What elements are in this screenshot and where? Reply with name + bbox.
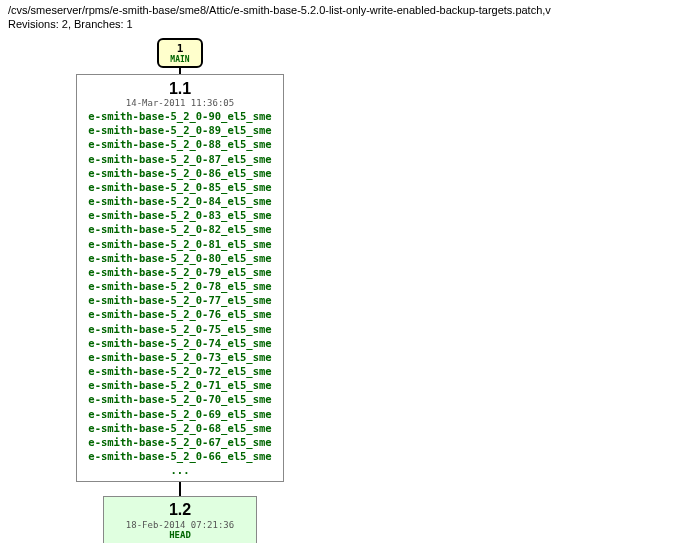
- revision-tag: e-smith-base-5_2_0-72_el5_sme: [85, 364, 275, 378]
- revisions-summary: Revisions: 2, Branches: 1: [8, 18, 666, 30]
- revision-tag: e-smith-base-5_2_0-68_el5_sme: [85, 421, 275, 435]
- main-branch-node[interactable]: 1 MAIN: [157, 38, 203, 68]
- revision-graph: 1 MAIN 1.1 14-Mar-2011 11:36:05 e-smith-…: [30, 38, 330, 543]
- revision-tag: e-smith-base-5_2_0-78_el5_sme: [85, 279, 275, 293]
- file-path: /cvs/smeserver/rpms/e-smith-base/sme8/At…: [8, 4, 666, 16]
- revision-tag: e-smith-base-5_2_0-82_el5_sme: [85, 222, 275, 236]
- revision-number: 1.1: [85, 79, 275, 98]
- revision-tag: e-smith-base-5_2_0-71_el5_sme: [85, 378, 275, 392]
- revision-tag: e-smith-base-5_2_0-79_el5_sme: [85, 265, 275, 279]
- revision-tag: e-smith-base-5_2_0-89_el5_sme: [85, 123, 275, 137]
- main-branch-index: 1: [159, 42, 201, 55]
- revision-tags: e-smith-base-5_2_0-90_el5_sme e-smith-ba…: [85, 109, 275, 477]
- revision-tag: e-smith-base-5_2_0-77_el5_sme: [85, 293, 275, 307]
- revision-date: 18-Feb-2014 07:21:36: [126, 520, 234, 531]
- revision-tag: e-smith-base-5_2_0-80_el5_sme: [85, 251, 275, 265]
- revision-date: 14-Mar-2011 11:36:05: [85, 98, 275, 109]
- revision-tag: e-smith-base-5_2_0-83_el5_sme: [85, 208, 275, 222]
- main-branch-label: MAIN: [159, 55, 201, 64]
- revision-node-1-2[interactable]: 1.2 18-Feb-2014 07:21:36 HEAD: [103, 496, 257, 543]
- revision-number: 1.2: [126, 500, 234, 519]
- revision-tag: e-smith-base-5_2_0-88_el5_sme: [85, 137, 275, 151]
- tags-ellipsis: ...: [85, 463, 275, 477]
- revision-tag: e-smith-base-5_2_0-67_el5_sme: [85, 435, 275, 449]
- revision-head-label: HEAD: [126, 530, 234, 542]
- revision-tag: e-smith-base-5_2_0-70_el5_sme: [85, 392, 275, 406]
- revision-tag: e-smith-base-5_2_0-90_el5_sme: [85, 109, 275, 123]
- revision-tag: e-smith-base-5_2_0-84_el5_sme: [85, 194, 275, 208]
- revision-tag: e-smith-base-5_2_0-85_el5_sme: [85, 180, 275, 194]
- revision-tag: e-smith-base-5_2_0-73_el5_sme: [85, 350, 275, 364]
- revision-tag: e-smith-base-5_2_0-74_el5_sme: [85, 336, 275, 350]
- revision-node-1-1[interactable]: 1.1 14-Mar-2011 11:36:05 e-smith-base-5_…: [76, 74, 284, 482]
- revision-tag: e-smith-base-5_2_0-76_el5_sme: [85, 307, 275, 321]
- revision-tag: e-smith-base-5_2_0-87_el5_sme: [85, 152, 275, 166]
- revision-tag: e-smith-base-5_2_0-66_el5_sme: [85, 449, 275, 463]
- revision-tag: e-smith-base-5_2_0-81_el5_sme: [85, 237, 275, 251]
- graph-connector: [179, 482, 181, 496]
- revision-tag: e-smith-base-5_2_0-86_el5_sme: [85, 166, 275, 180]
- revision-tag: e-smith-base-5_2_0-75_el5_sme: [85, 322, 275, 336]
- revision-tag: e-smith-base-5_2_0-69_el5_sme: [85, 407, 275, 421]
